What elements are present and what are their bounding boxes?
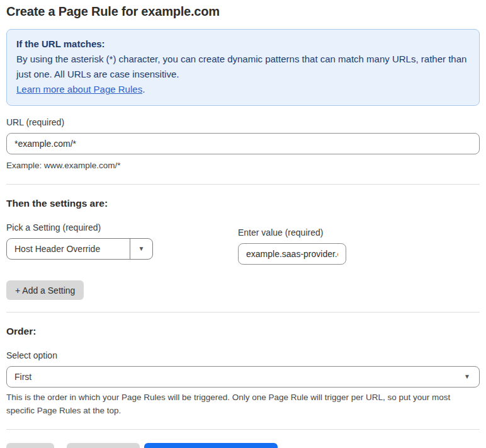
order-section-heading: Order:	[6, 326, 480, 337]
url-label: URL (required)	[6, 117, 480, 127]
enter-value-label: Enter value (required)	[238, 227, 346, 238]
setting-select[interactable]: Host Header Override ▼	[6, 238, 153, 260]
url-field-group: URL (required) Example: www.example.com/…	[6, 117, 480, 172]
footer-actions: Cancel Save as Draft Save and Deploy Pag…	[6, 443, 480, 448]
section-divider	[6, 312, 480, 313]
setting-value-input[interactable]	[238, 243, 346, 265]
setting-select-value: Host Header Override	[7, 239, 130, 259]
settings-row: Pick a Setting (required) Host Header Ov…	[6, 222, 480, 265]
setting-select-caret-button[interactable]: ▼	[130, 239, 152, 259]
link-period: .	[142, 84, 145, 95]
url-input[interactable]	[6, 133, 480, 154]
page-title: Create a Page Rule for example.com	[6, 4, 480, 19]
save-as-draft-button[interactable]: Save as Draft	[67, 443, 140, 448]
pick-setting-label: Pick a Setting (required)	[6, 222, 153, 233]
save-and-deploy-button[interactable]: Save and Deploy Page Rule	[144, 443, 278, 448]
info-box-heading: If the URL matches:	[16, 37, 470, 52]
pick-setting-column: Pick a Setting (required) Host Header Ov…	[6, 222, 153, 260]
chevron-down-icon: ▼	[464, 374, 470, 380]
info-box-link-line: Learn more about Page Rules.	[16, 82, 470, 97]
select-option-label: Select option	[6, 350, 480, 360]
add-setting-button[interactable]: + Add a Setting	[6, 280, 84, 300]
url-example-helper: Example: www.example.com/*	[6, 159, 480, 172]
settings-section-heading: Then the settings are:	[6, 198, 480, 209]
chevron-down-icon: ▼	[138, 246, 145, 252]
section-divider	[6, 429, 480, 430]
learn-more-page-rules-link[interactable]: Learn more about Page Rules	[16, 84, 142, 95]
url-matches-info-box: If the URL matches: By using the asteris…	[6, 29, 480, 106]
order-field-group: Select option First ▼ This is the order …	[6, 350, 480, 417]
info-box-body: By using the asterisk (*) character, you…	[16, 52, 470, 82]
enter-value-column: Enter value (required)	[238, 227, 346, 265]
section-divider	[6, 184, 480, 185]
cancel-button[interactable]: Cancel	[6, 443, 54, 448]
create-page-rule-form: Create a Page Rule for example.com If th…	[0, 0, 486, 448]
order-select[interactable]: First ▼	[6, 366, 480, 388]
order-helper-text: This is the order in which your Page Rul…	[6, 391, 477, 417]
order-select-value: First	[14, 372, 31, 382]
